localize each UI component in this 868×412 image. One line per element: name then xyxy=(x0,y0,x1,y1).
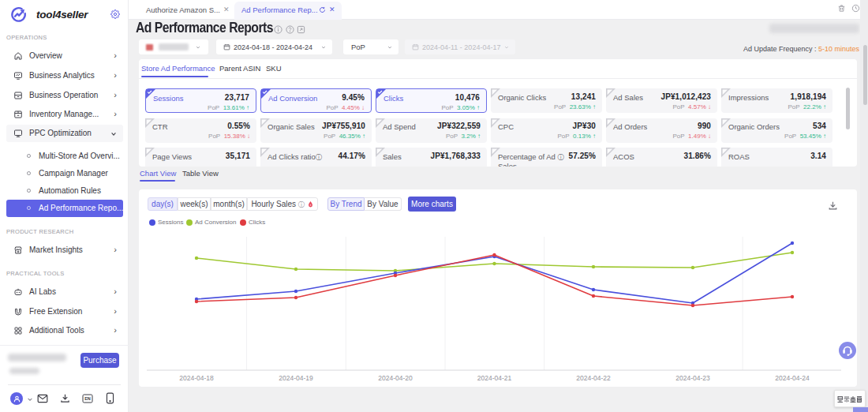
svg-text:2024-04-24: 2024-04-24 xyxy=(775,374,810,382)
svg-text:2024-04-20: 2024-04-20 xyxy=(378,374,413,382)
svg-text:EN: EN xyxy=(84,396,91,401)
svg-text:2024-04-19: 2024-04-19 xyxy=(279,374,313,382)
svg-text:2024-04-18: 2024-04-18 xyxy=(179,374,214,382)
svg-text:2024-04-21: 2024-04-21 xyxy=(477,374,512,382)
svg-text:2024-04-22: 2024-04-22 xyxy=(576,374,611,382)
svg-text:2024-04-23: 2024-04-23 xyxy=(675,374,710,382)
